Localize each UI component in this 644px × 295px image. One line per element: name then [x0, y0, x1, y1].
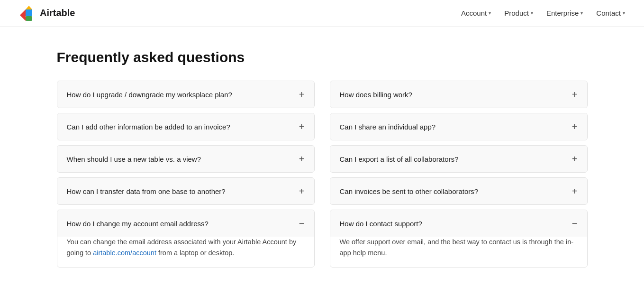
- faq-question-text-q6: How does billing work?: [340, 91, 412, 99]
- faq-question-text-q2: Can I add other information be added to …: [67, 123, 230, 131]
- faq-toggle-q2: +: [299, 122, 305, 131]
- faq-question-text-q7: Can I share an individual app?: [340, 123, 436, 131]
- nav-links: Account ▾ Product ▾ Enterprise ▾ Contact…: [461, 9, 625, 17]
- faq-item-q3: When should I use a new table vs. a view…: [57, 145, 315, 173]
- faq-question-text-q10: How do I contact support?: [340, 220, 422, 228]
- faq-question-q5[interactable]: How do I change my account email address…: [57, 210, 314, 237]
- svg-marker-2: [26, 6, 32, 9]
- faq-answer-link[interactable]: airtable.com/account: [93, 249, 156, 257]
- faq-answer-q5: You can change the email address associa…: [57, 237, 314, 267]
- faq-item-q9: Can invoices be sent to other collaborat…: [330, 177, 588, 205]
- product-chevron-icon: ▾: [531, 10, 533, 16]
- nav-product[interactable]: Product ▾: [504, 9, 533, 17]
- faq-toggle-q10: −: [572, 219, 578, 228]
- page-title: Frequently asked questions: [57, 49, 588, 65]
- nav-enterprise[interactable]: Enterprise ▾: [546, 9, 583, 17]
- faq-item-q1: How do I upgrade / downgrade my workspla…: [57, 81, 315, 108]
- faq-answer-text-q10: We offer support over email, and the bes…: [340, 238, 574, 257]
- faq-column-right: How does billing work? + Can I share an …: [330, 81, 588, 272]
- faq-toggle-q6: +: [572, 90, 578, 99]
- faq-toggle-q7: +: [572, 122, 578, 131]
- contact-chevron-icon: ▾: [623, 10, 625, 16]
- faq-question-text-q4: How can I transfer data from one base to…: [67, 187, 226, 195]
- faq-toggle-q9: +: [572, 186, 578, 196]
- logo-text: Airtable: [40, 8, 75, 18]
- faq-question-q10[interactable]: How do I contact support? −: [330, 210, 587, 237]
- account-chevron-icon: ▾: [489, 10, 491, 16]
- faq-question-text-q3: When should I use a new table vs. a view…: [67, 155, 201, 163]
- svg-rect-3: [26, 16, 32, 21]
- faq-item-q6: How does billing work? +: [330, 81, 588, 108]
- svg-marker-0: [20, 9, 26, 21]
- faq-question-q8[interactable]: Can I export a list of all collaborators…: [330, 146, 587, 172]
- faq-item-q2: Can I add other information be added to …: [57, 113, 315, 140]
- svg-rect-1: [26, 9, 32, 16]
- faq-item-q7: Can I share an individual app? +: [330, 113, 588, 140]
- faq-question-q9[interactable]: Can invoices be sent to other collaborat…: [330, 178, 587, 204]
- faq-item-q10: How do I contact support? − We offer sup…: [330, 210, 588, 267]
- faq-item-q8: Can I export a list of all collaborators…: [330, 145, 588, 173]
- enterprise-chevron-icon: ▾: [581, 10, 583, 16]
- faq-answer-q10: We offer support over email, and the bes…: [330, 237, 587, 267]
- faq-item-q5: How do I change my account email address…: [57, 210, 315, 267]
- faq-answer-suffix: from a laptop or desktop.: [156, 249, 234, 257]
- faq-item-q4: How can I transfer data from one base to…: [57, 177, 315, 205]
- faq-question-q3[interactable]: When should I use a new table vs. a view…: [57, 146, 314, 172]
- faq-question-q1[interactable]: How do I upgrade / downgrade my workspla…: [57, 81, 314, 108]
- faq-question-text-q8: Can I export a list of all collaborators…: [340, 155, 459, 163]
- faq-column-left: How do I upgrade / downgrade my workspla…: [57, 81, 315, 272]
- main-content: Frequently asked questions How do I upgr…: [38, 27, 607, 295]
- faq-toggle-q3: +: [299, 154, 305, 164]
- navbar: Airtable Account ▾ Product ▾ Enterprise …: [0, 0, 644, 27]
- faq-toggle-q8: +: [572, 154, 578, 164]
- nav-contact[interactable]: Contact ▾: [596, 9, 625, 17]
- faq-question-text-q1: How do I upgrade / downgrade my workspla…: [67, 91, 232, 99]
- logo-icon: [19, 5, 36, 22]
- faq-toggle-q5: −: [299, 219, 305, 228]
- nav-account[interactable]: Account ▾: [461, 9, 491, 17]
- faq-question-q6[interactable]: How does billing work? +: [330, 81, 587, 108]
- faq-question-q2[interactable]: Can I add other information be added to …: [57, 113, 314, 140]
- faq-question-q7[interactable]: Can I share an individual app? +: [330, 113, 587, 140]
- faq-question-q4[interactable]: How can I transfer data from one base to…: [57, 178, 314, 204]
- faq-question-text-q9: Can invoices be sent to other collaborat…: [340, 187, 479, 195]
- faq-toggle-q1: +: [299, 90, 305, 99]
- faq-question-text-q5: How do I change my account email address…: [67, 220, 209, 228]
- logo[interactable]: Airtable: [19, 5, 75, 22]
- faq-grid: How do I upgrade / downgrade my workspla…: [57, 81, 588, 272]
- faq-toggle-q4: +: [299, 186, 305, 196]
